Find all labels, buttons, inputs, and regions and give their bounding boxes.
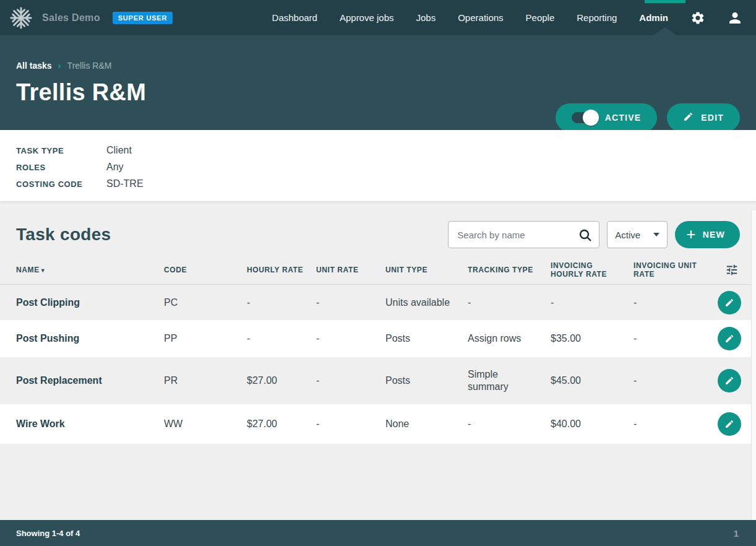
column-header-tracking-type[interactable]: TRACKING TYPE (468, 266, 551, 274)
active-tab-indicator (645, 0, 685, 3)
cell-name: Post Pushing (16, 332, 164, 345)
active-toggle-button[interactable]: ACTIVE (556, 103, 658, 132)
cell-code: PC (164, 297, 247, 309)
user-icon[interactable] (728, 11, 742, 25)
costing-code-label: COSTING CODE (16, 178, 106, 189)
cell-name: Post Replacement (16, 375, 164, 387)
task-codes-toolbar: Task codes Active + NEW (0, 201, 756, 257)
cell-hourly-rate: $27.00 (247, 418, 316, 430)
cell-invoicing-unit-rate: - (634, 297, 718, 309)
edit-button-label: EDIT (701, 113, 724, 123)
column-header-hourly-rate[interactable]: HOURLY RATE (247, 266, 316, 274)
toggle-knob (583, 110, 599, 126)
table-row: Post Clipping PC - - Units available - -… (0, 285, 756, 320)
showing-count: Showing 1-4 of 4 (16, 529, 80, 538)
costing-code-value: SD-TRE (106, 178, 144, 189)
nav-item-admin[interactable]: Admin (639, 12, 668, 23)
sort-desc-icon: ▼ (40, 267, 46, 274)
column-settings-icon[interactable] (725, 263, 747, 277)
chevron-right-icon: › (58, 60, 61, 71)
plus-icon: + (686, 226, 696, 242)
pencil-icon (683, 111, 694, 124)
nav-item-reporting[interactable]: Reporting (577, 12, 617, 23)
nav-item-dashboard[interactable]: Dashboard (272, 12, 317, 23)
breadcrumb: All tasks › Trellis R&M (16, 60, 740, 71)
cell-unit-rate: - (316, 332, 385, 345)
page-title: Trellis R&M (16, 79, 740, 106)
page-number[interactable]: 1 (734, 528, 739, 539)
breadcrumb-current: Trellis R&M (67, 61, 112, 71)
cell-tracking-type: Assign rows (468, 332, 551, 345)
search-icon[interactable] (578, 228, 593, 245)
search-input[interactable] (449, 222, 599, 248)
table-row: Wire Work WW $27.00 - None - $40.00 - (0, 404, 756, 444)
cell-unit-rate: - (316, 375, 385, 387)
cell-unit-rate: - (316, 418, 385, 430)
cell-code: WW (164, 418, 247, 430)
column-header-name[interactable]: NAME▼ (16, 266, 164, 274)
header-actions: ACTIVE EDIT (556, 103, 740, 132)
table-row: Post Replacement PR $27.00 - Posts Simpl… (0, 357, 756, 404)
task-type-label: TASK TYPE (16, 145, 106, 156)
cell-invoicing-hourly-rate: $45.00 (551, 375, 634, 387)
cell-unit-type: Posts (385, 332, 468, 345)
edit-button[interactable]: EDIT (667, 103, 740, 132)
main-nav: Dashboard Approve jobs Jobs Operations P… (272, 11, 742, 25)
cell-unit-type: None (385, 418, 468, 430)
roles-label: ROLES (16, 162, 106, 173)
cell-unit-type: Posts (385, 375, 468, 387)
search-box (448, 221, 599, 248)
cell-name: Wire Work (16, 418, 164, 430)
new-button-label: NEW (703, 230, 725, 240)
roles-value: Any (106, 162, 124, 173)
table-header: NAME▼ CODE HOURLY RATE UNIT RATE UNIT TY… (0, 257, 756, 285)
active-tab-caret (653, 27, 677, 35)
new-task-code-button[interactable]: + NEW (675, 221, 740, 248)
cell-hourly-rate: - (247, 297, 316, 309)
task-codes-title: Task codes (16, 225, 111, 245)
edit-row-button[interactable] (718, 291, 741, 314)
status-filter-value: Active (615, 230, 640, 240)
nav-item-jobs[interactable]: Jobs (416, 12, 436, 23)
nav-item-approve-jobs[interactable]: Approve jobs (340, 12, 394, 23)
breadcrumb-all-tasks[interactable]: All tasks (16, 61, 52, 71)
cell-code: PR (164, 375, 247, 387)
cell-tracking-type: - (468, 418, 551, 430)
nav-item-people[interactable]: People (526, 12, 555, 23)
brand: Sales Demo SUPER USER (9, 6, 173, 30)
detail-row-roles: ROLES Any (16, 162, 740, 173)
cell-name: Post Clipping (16, 297, 164, 309)
cell-invoicing-unit-rate: - (634, 375, 718, 387)
cell-unit-type: Units available (385, 297, 468, 309)
chevron-down-icon (653, 233, 659, 236)
detail-row-costing-code: COSTING CODE SD-TRE (16, 178, 740, 189)
task-codes-section: Task codes Active + NEW NA (0, 201, 756, 520)
cell-hourly-rate: $27.00 (247, 375, 316, 387)
column-header-invoicing-hourly-rate[interactable]: INVOICING HOURLY RATE (551, 261, 634, 279)
cell-unit-rate: - (316, 297, 385, 309)
edit-row-button[interactable] (718, 369, 741, 392)
edit-row-button[interactable] (718, 327, 741, 350)
task-details-panel: TASK TYPE Client ROLES Any COSTING CODE … (0, 130, 756, 201)
detail-row-task-type: TASK TYPE Client (16, 145, 740, 156)
nav-item-operations[interactable]: Operations (458, 12, 503, 23)
cell-invoicing-unit-rate: - (634, 332, 718, 345)
top-navbar: Sales Demo SUPER USER Dashboard Approve … (0, 0, 756, 35)
toggle-switch[interactable] (572, 112, 598, 123)
cell-invoicing-hourly-rate: $40.00 (551, 418, 634, 430)
column-header-code[interactable]: CODE (164, 266, 247, 274)
status-filter-select[interactable]: Active (607, 221, 668, 248)
column-header-invoicing-unit-rate[interactable]: INVOICING UNIT RATE (634, 261, 718, 279)
gear-icon[interactable] (690, 11, 705, 25)
column-header-unit-rate[interactable]: UNIT RATE (316, 266, 385, 274)
cell-hourly-rate: - (247, 332, 316, 345)
cell-invoicing-unit-rate: - (634, 418, 718, 430)
column-header-unit-type[interactable]: UNIT TYPE (385, 266, 468, 274)
brand-name: Sales Demo (42, 12, 100, 24)
scrollbar-track[interactable] (751, 210, 756, 520)
edit-row-button[interactable] (718, 412, 741, 436)
super-user-badge: SUPER USER (113, 12, 173, 24)
cell-code: PP (164, 332, 247, 345)
cell-tracking-type: Simple summary (468, 368, 551, 393)
task-type-value: Client (106, 145, 132, 156)
